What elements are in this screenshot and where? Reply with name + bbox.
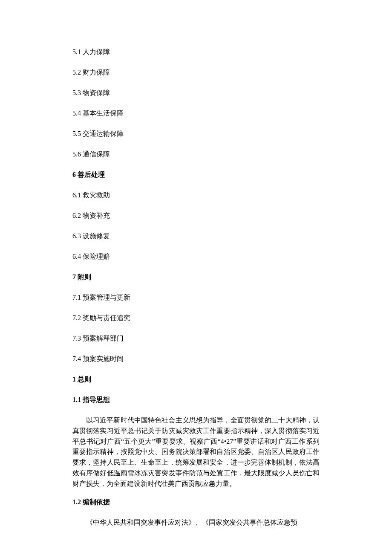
heading-text: 1.2 编制依据 [72, 498, 110, 506]
toc-text: 5.3 物资保障 [72, 89, 110, 96]
paragraph-1-1: 以习近平新时代中国特色社会主义思想为指导，全面贯彻党的二十大精神，认真贯彻落实习… [72, 415, 320, 489]
heading-text: 1.1 指导思想 [72, 396, 110, 403]
toc-text: 5.4 基本生活保障 [72, 110, 124, 117]
toc-text: 6.4 保险理赔 [72, 253, 110, 260]
toc-item-6-4: 6.4 保险理赔 [72, 251, 320, 262]
toc-text: 7.4 预案实施时间 [72, 355, 124, 362]
heading-text: 1 总则 [72, 376, 91, 383]
toc-heading-7: 7 附则 [72, 272, 320, 282]
toc-text: 7 附则 [72, 273, 91, 280]
toc-text: 7.3 预案解释部门 [72, 335, 124, 342]
section-heading-1: 1 总则 [72, 374, 320, 384]
toc-text: 6.3 设施修复 [72, 232, 110, 240]
toc-item-6-1: 6.1 救灾救助 [72, 190, 320, 200]
toc-item-7-4: 7.4 预案实施时间 [72, 354, 320, 364]
toc-item-7-2: 7.2 奖励与责任追究 [72, 313, 320, 323]
toc-text: 6.1 救灾救助 [72, 191, 110, 199]
paragraph-text: 《中华人民共和国突发事件应对法》、《国家突发公共事件总体应急预 [86, 519, 297, 526]
toc-text: 5.5 交通运输保障 [72, 130, 124, 137]
toc-item-6-2: 6.2 物资补充 [72, 211, 320, 221]
toc-text: 6 善后处理 [72, 171, 105, 178]
toc-text: 7.2 奖励与责任追究 [72, 314, 130, 321]
toc-item-5-2: 5.2 财力保障 [72, 67, 320, 78]
toc-item-5-4: 5.4 基本生活保障 [72, 108, 320, 119]
toc-text: 7.1 预案管理与更新 [72, 294, 130, 301]
toc-text: 5.6 通信保障 [72, 150, 110, 158]
section-heading-1-1: 1.1 指导思想 [72, 395, 320, 405]
paragraph-1-2: 《中华人民共和国突发事件应对法》、《国家突发公共事件总体应急预 [72, 517, 320, 528]
toc-text: 5.2 财力保障 [72, 69, 110, 76]
toc-text: 5.1 人力保障 [72, 48, 110, 55]
toc-text: 6.2 物资补充 [72, 212, 110, 219]
toc-item-6-3: 6.3 设施修复 [72, 231, 320, 241]
toc-item-5-1: 5.1 人力保障 [72, 47, 320, 57]
paragraph-text: 以习近平新时代中国特色社会主义思想为指导，全面贯彻党的二十大精神，认真贯彻落实习… [72, 416, 320, 487]
toc-item-7-3: 7.3 预案解释部门 [72, 333, 320, 344]
toc-heading-6: 6 善后处理 [72, 170, 320, 180]
toc-item-5-6: 5.6 通信保障 [72, 149, 320, 159]
toc-item-7-1: 7.1 预案管理与更新 [72, 292, 320, 303]
toc-item-5-3: 5.3 物资保障 [72, 88, 320, 98]
toc-item-5-5: 5.5 交通运输保障 [72, 129, 320, 139]
section-heading-1-2: 1.2 编制依据 [72, 497, 320, 507]
